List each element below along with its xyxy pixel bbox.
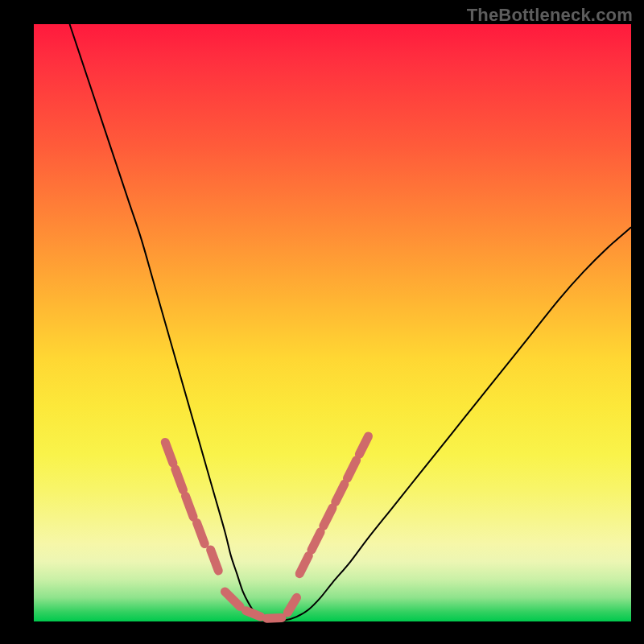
chart-svg <box>0 0 644 644</box>
highlight-dash <box>197 523 205 544</box>
highlight-dash <box>287 597 296 613</box>
highlight-dash <box>336 484 345 502</box>
highlight-dash <box>348 460 357 478</box>
watermark-text: TheBottleneck.com <box>467 5 633 26</box>
highlight-dash <box>185 496 193 517</box>
highlight-dash <box>225 592 240 607</box>
chart-frame: TheBottleneck.com <box>0 0 644 644</box>
bottleneck-curve <box>70 24 631 621</box>
highlight-dash <box>211 550 219 571</box>
highlight-dash <box>165 442 173 463</box>
highlight-dash <box>266 618 282 619</box>
highlight-dash <box>359 436 368 454</box>
highlight-dash <box>246 611 261 617</box>
highlight-dash <box>324 508 332 526</box>
highlight-dash <box>312 532 320 550</box>
highlight-dash <box>175 469 184 490</box>
highlight-dash <box>299 555 308 573</box>
